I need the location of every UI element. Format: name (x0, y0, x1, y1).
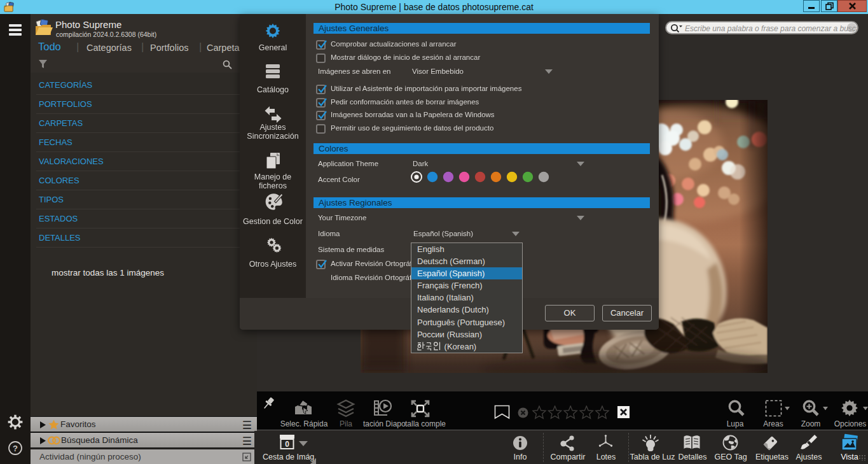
svg-text:0: 0 (285, 440, 289, 449)
svg-text:?: ? (13, 444, 18, 453)
